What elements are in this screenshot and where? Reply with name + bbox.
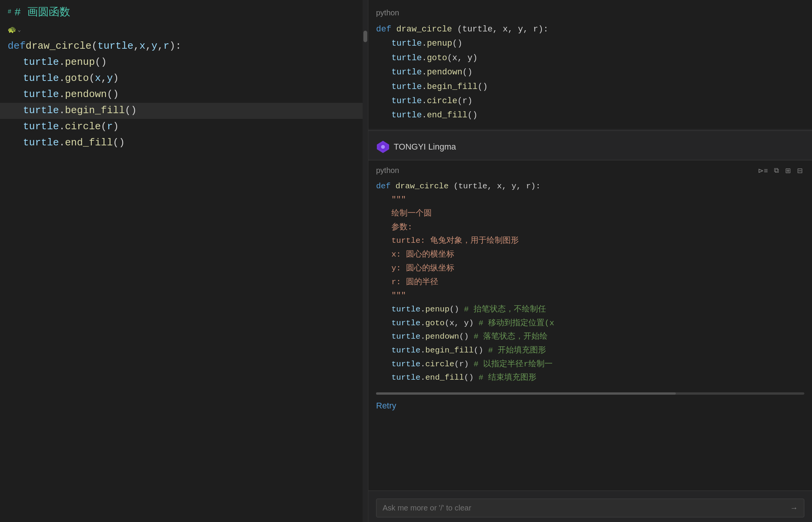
- ai-response-code: def draw_circle (turtle, x, y, r): """ 绘…: [376, 179, 804, 385]
- code-area: def draw_circle ( turtle , x , y , r ): …: [0, 35, 368, 154]
- ai-top-code-line-5: turtle.begin_fill(): [376, 80, 804, 94]
- tongyi-logo: [376, 140, 390, 154]
- resp-line-2: """: [376, 193, 804, 207]
- hash-symbol: #: [8, 8, 12, 15]
- ai-response-actions: ⊳≡ ⧉ ⊞ ⊟: [756, 165, 804, 176]
- ai-header: TONGYI Lingma: [368, 132, 812, 160]
- ai-response-section[interactable]: python ⊳≡ ⧉ ⊞ ⊟ def draw_circle (turtle,…: [368, 160, 812, 491]
- ai-top-code-line-6: turtle.circle(r): [376, 94, 804, 108]
- run-button[interactable]: ⊳≡: [756, 165, 769, 176]
- retry-button[interactable]: Retry: [376, 399, 396, 412]
- resp-line-3: 绘制一个圆: [376, 207, 804, 221]
- ai-bottom: →: [368, 491, 812, 522]
- file-button[interactable]: ⊟: [795, 165, 804, 176]
- resp-line-13: turtle.begin_fill() # 开始填充图形: [376, 344, 804, 357]
- editor-panel: # # 画圆函数 🐢 ⌄ def draw_circle ( turtle , …: [0, 0, 368, 522]
- code-line-4: turtle . pendown (): [0, 87, 368, 103]
- resp-line-6: x: 圆心的横坐标: [376, 248, 804, 262]
- resp-line-9: """: [376, 289, 804, 303]
- resp-line-1: def draw_circle (turtle, x, y, r):: [376, 179, 804, 193]
- resp-line-15: turtle.end_fill() # 结束填充图形: [376, 371, 804, 385]
- resp-line-4: 参数:: [376, 221, 804, 234]
- ai-panel: python def draw_circle (turtle, x, y, r)…: [368, 0, 812, 522]
- ai-top-lang: python: [376, 6, 804, 19]
- resp-line-7: y: 圆心的纵坐标: [376, 262, 804, 275]
- code-line-5: turtle . begin_fill (): [0, 103, 368, 119]
- code-line-7: turtle . end_fill (): [0, 135, 368, 151]
- breadcrumb-icon: 🐢: [8, 25, 16, 34]
- ai-response-header: python ⊳≡ ⧉ ⊞ ⊟: [376, 160, 804, 179]
- resp-line-10: turtle.penup() # 抬笔状态，不绘制任: [376, 303, 804, 316]
- ai-top-code-line-3: turtle.goto(x, y): [376, 51, 804, 65]
- editor-header: # # 画圆函数: [0, 0, 368, 24]
- ai-send-button[interactable]: →: [790, 504, 798, 512]
- ai-top-code-line-4: turtle.pendown(): [376, 65, 804, 79]
- editor-scrollbar[interactable]: [363, 0, 368, 522]
- code-line-1: def draw_circle ( turtle , x , y , r ):: [0, 38, 368, 54]
- ai-top-code-line-1: def draw_circle (turtle, x, y, r):: [376, 22, 804, 36]
- ai-input-field[interactable]: [383, 504, 790, 512]
- add-button[interactable]: ⊞: [784, 165, 792, 176]
- ai-top-code-section: python def draw_circle (turtle, x, y, r)…: [368, 0, 812, 129]
- ai-input-area[interactable]: →: [376, 499, 804, 517]
- scrollbar-thumb: [363, 31, 367, 42]
- resp-line-12: turtle.pendown() # 落笔状态，开始绘: [376, 330, 804, 344]
- ai-top-code-line-7: turtle.end_fill(): [376, 108, 804, 122]
- fn-name: draw_circle: [26, 38, 92, 54]
- breadcrumb: 🐢 ⌄: [0, 24, 368, 35]
- divider-1: [368, 130, 812, 131]
- code-line-2: turtle . penup (): [0, 54, 368, 71]
- resp-line-14: turtle.circle(r) # 以指定半径r绘制一: [376, 357, 804, 371]
- keyword-def: def: [8, 38, 26, 54]
- resp-line-8: r: 圆的半径: [376, 275, 804, 289]
- resp-line-5: turtle: 龟兔对象，用于绘制图形: [376, 234, 804, 248]
- copy-button[interactable]: ⧉: [772, 165, 781, 176]
- resp-line-11: turtle.goto(x, y) # 移动到指定位置(x: [376, 316, 804, 330]
- breadcrumb-dropdown[interactable]: ⌄: [18, 26, 21, 33]
- ai-top-code-line-2: turtle.penup(): [376, 36, 804, 51]
- ai-title: TONGYI Lingma: [394, 142, 456, 152]
- retry-section: Retry: [376, 395, 804, 417]
- svg-point-2: [381, 145, 385, 149]
- code-line-6: turtle . circle ( r ): [0, 119, 368, 135]
- code-line-3: turtle . goto ( x , y ): [0, 71, 368, 87]
- ai-response-lang: python: [376, 166, 399, 175]
- editor-title: # 画圆函数: [15, 5, 71, 19]
